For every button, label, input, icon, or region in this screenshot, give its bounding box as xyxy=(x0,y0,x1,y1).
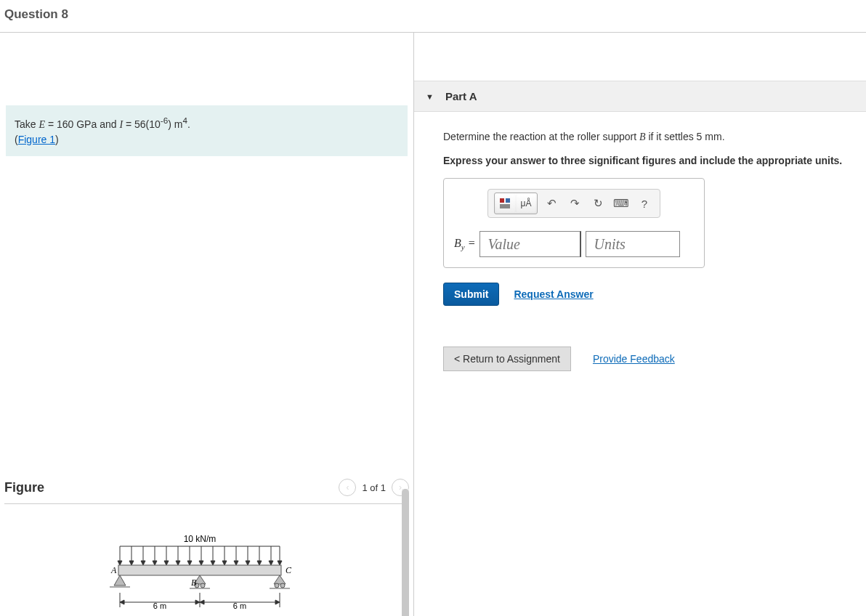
text: Determine the reaction at the roller sup… xyxy=(443,131,639,142)
var-B: B xyxy=(639,131,646,142)
svg-marker-46 xyxy=(120,600,124,604)
reset-button[interactable]: ↻ xyxy=(588,195,607,212)
unit: mm xyxy=(705,131,721,142)
svg-rect-31 xyxy=(118,565,281,575)
beam-diagram: 10 kN/m A B xyxy=(98,533,316,616)
keyboard-icon: ⌨ xyxy=(613,197,629,210)
return-label: Return to Assignment xyxy=(463,353,560,365)
svg-rect-52 xyxy=(506,198,510,203)
svg-marker-12 xyxy=(176,561,180,565)
svg-marker-38 xyxy=(274,575,286,584)
var-E: E xyxy=(39,119,45,130)
svg-marker-50 xyxy=(275,600,280,604)
undo-icon: ↶ xyxy=(547,197,557,210)
reset-icon: ↻ xyxy=(594,197,603,210)
prompt: Determine the reaction at the roller sup… xyxy=(443,129,854,145)
svg-point-39 xyxy=(275,583,279,588)
chevron-left-icon: ‹ xyxy=(346,482,349,493)
right-panel: ▼ Part A Determine the reaction at the r… xyxy=(414,33,866,616)
svg-marker-14 xyxy=(187,561,192,565)
label-var: B xyxy=(454,237,461,249)
answer-box: μÅ ↶ ↷ ↻ ⌨ ? By = xyxy=(443,178,705,268)
figure-nav-label: 1 of 1 xyxy=(362,482,386,493)
figure-title: Figure xyxy=(4,480,44,495)
help-icon: ? xyxy=(642,198,647,210)
units-input[interactable] xyxy=(586,231,680,257)
svg-marker-22 xyxy=(234,561,238,565)
part-a-body: Determine the reaction at the roller sup… xyxy=(414,112,866,371)
svg-point-40 xyxy=(280,583,285,588)
return-button[interactable]: < Return to Assignment xyxy=(443,346,571,371)
svg-marker-4 xyxy=(129,561,134,565)
provide-feedback-link[interactable]: Provide Feedback xyxy=(593,353,675,365)
text: Take xyxy=(15,118,39,130)
toolbar-group-format: μÅ xyxy=(494,192,538,214)
text: = 56(10 xyxy=(123,118,161,130)
svg-rect-53 xyxy=(500,204,510,208)
submit-button[interactable]: Submit xyxy=(443,283,499,306)
instruction: Express your answer to three significant… xyxy=(443,155,854,166)
label-A: A xyxy=(110,565,117,575)
caret-down-icon: ▼ xyxy=(426,92,434,101)
question-title: Question 8 xyxy=(4,7,862,22)
answer-label: By = xyxy=(454,237,475,251)
value-input[interactable] xyxy=(479,231,581,257)
exp: -6 xyxy=(161,115,168,125)
figure-nav: ‹ 1 of 1 › xyxy=(339,479,409,496)
figure-prev-button[interactable]: ‹ xyxy=(339,479,356,496)
text: . xyxy=(722,131,725,142)
svg-marker-28 xyxy=(269,561,273,565)
svg-marker-8 xyxy=(153,561,157,565)
undo-button[interactable]: ↶ xyxy=(542,195,561,212)
question-header: Question 8 xyxy=(0,0,866,33)
figure-section: Figure ‹ 1 of 1 › xyxy=(4,474,409,616)
button-row: Submit Request Answer xyxy=(443,283,854,306)
problem-statement: Take E = 160 GPa and I = 56(10-6) m4. (F… xyxy=(6,105,408,156)
svg-marker-6 xyxy=(141,561,145,565)
answer-toolbar: μÅ ↶ ↷ ↻ ⌨ ? xyxy=(487,189,660,218)
templates-icon xyxy=(499,198,512,209)
svg-marker-16 xyxy=(199,561,203,565)
svg-marker-10 xyxy=(164,561,169,565)
svg-rect-51 xyxy=(500,198,504,203)
templates-button[interactable] xyxy=(496,195,515,212)
part-a-title: Part A xyxy=(445,90,477,102)
svg-marker-32 xyxy=(114,575,126,585)
left-panel: Take E = 160 GPa and I = 56(10-6) m4. (F… xyxy=(0,33,414,616)
dim2: 6 m xyxy=(232,601,246,610)
svg-marker-26 xyxy=(257,561,262,565)
greek-button[interactable]: μÅ xyxy=(517,195,535,212)
svg-point-36 xyxy=(201,583,205,588)
keyboard-button[interactable]: ⌨ xyxy=(612,195,631,212)
redo-icon: ↷ xyxy=(570,197,580,210)
svg-marker-2 xyxy=(118,561,122,565)
label-C: C xyxy=(286,565,292,575)
text: . xyxy=(187,118,190,130)
request-answer-link[interactable]: Request Answer xyxy=(514,288,593,300)
figure-header: Figure ‹ 1 of 1 › xyxy=(4,474,409,504)
dim1: 6 m xyxy=(153,601,166,610)
svg-marker-30 xyxy=(278,561,282,565)
unit: m xyxy=(171,118,183,130)
footer-row: < Return to Assignment Provide Feedback xyxy=(443,346,854,371)
text: and xyxy=(97,118,119,130)
unit: GPa xyxy=(76,118,97,130)
figure-scrollbar[interactable] xyxy=(402,489,409,616)
label-eq: = xyxy=(465,237,476,249)
input-row: By = xyxy=(454,231,694,257)
text: if it settles 5 xyxy=(646,131,705,142)
content-area: Take E = 160 GPa and I = 56(10-6) m4. (F… xyxy=(0,33,866,616)
part-a-header[interactable]: ▼ Part A xyxy=(414,81,866,112)
label-B: B xyxy=(191,578,197,588)
text: = 160 xyxy=(45,118,76,130)
help-button[interactable]: ? xyxy=(635,195,654,212)
chevron-left-icon: < xyxy=(454,353,463,365)
redo-button[interactable]: ↷ xyxy=(565,195,584,212)
scrollbar-thumb[interactable] xyxy=(402,489,409,616)
figure-link[interactable]: Figure 1 xyxy=(18,134,55,145)
svg-marker-18 xyxy=(211,561,215,565)
figure-body: 10 kN/m A B xyxy=(4,504,409,616)
greek-label: μÅ xyxy=(521,198,532,208)
svg-marker-24 xyxy=(246,561,250,565)
load-label: 10 kN/m xyxy=(183,534,216,544)
